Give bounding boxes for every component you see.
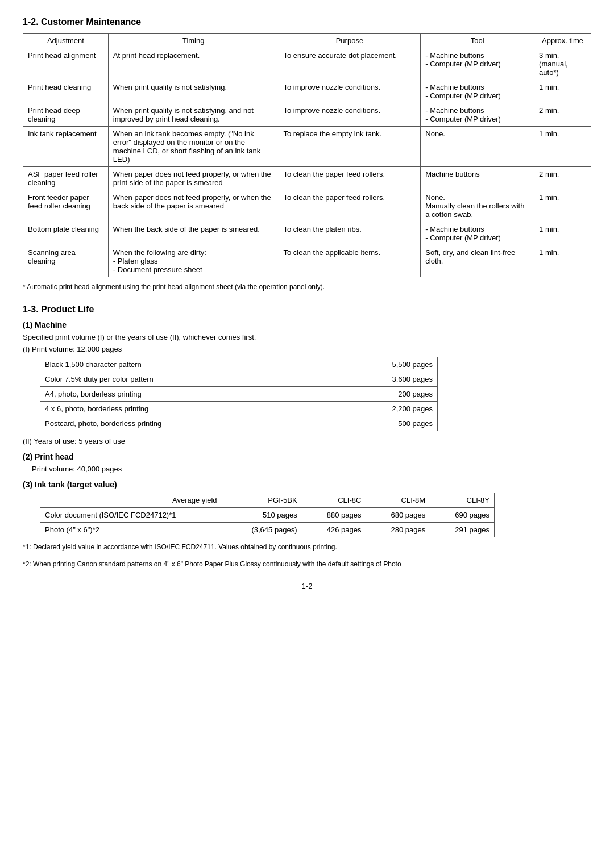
- adjustment-cell: Ink tank replacement: [23, 127, 109, 167]
- section2-title: 1-3. Product Life: [23, 304, 591, 315]
- time-cell: 1 min.: [534, 190, 591, 222]
- table-row: Print head alignmentAt print head replac…: [23, 48, 591, 80]
- time-cell: 2 min.: [534, 167, 591, 190]
- table-row: Print head cleaningWhen print quality is…: [23, 80, 591, 103]
- ink-col-header: Average yield: [40, 493, 222, 508]
- adjustment-cell: Front feeder paper feed roller cleaning: [23, 190, 109, 222]
- print-head-text: Print volume: 40,000 pages: [32, 465, 591, 473]
- table-row: Ink tank replacementWhen an ink tank bec…: [23, 127, 591, 167]
- timing-cell: At print head replacement.: [108, 48, 279, 80]
- ink-cell: 291 pages: [430, 523, 495, 537]
- adjustment-cell: Scanning area cleaning: [23, 245, 109, 277]
- col-header-time: Approx. time: [534, 34, 591, 48]
- ink-col-header: CLI-8Y: [430, 493, 495, 508]
- col-header-purpose: Purpose: [279, 34, 421, 48]
- ink-cell: Color document (ISO/IEC FCD24712)*1: [40, 508, 222, 523]
- pv-label-cell: Black 1,500 character pattern: [40, 357, 188, 372]
- ink-cell: Photo (4" x 6")*2: [40, 523, 222, 537]
- time-cell: 1 min.: [534, 245, 591, 277]
- purpose-cell: To clean the paper feed rollers.: [279, 190, 421, 222]
- ink-cell: 680 pages: [366, 508, 430, 523]
- ink-cell: 280 pages: [366, 523, 430, 537]
- adjustment-cell: Print head alignment: [23, 48, 109, 80]
- purpose-cell: To clean the platen ribs.: [279, 222, 421, 245]
- pv-label-cell: Color 7.5% duty per color pattern: [40, 372, 188, 387]
- ink-col-header: CLI-8C: [302, 493, 366, 508]
- ink-cell: 426 pages: [302, 523, 366, 537]
- purpose-cell: To clean the paper feed rollers.: [279, 167, 421, 190]
- adjustment-cell: Bottom plate cleaning: [23, 222, 109, 245]
- ink-cell: 690 pages: [430, 508, 495, 523]
- ink-cell: (3,645 pages): [222, 523, 302, 537]
- purpose-cell: To improve nozzle conditions.: [279, 80, 421, 103]
- footnote3: *2: When printing Canon standard pattern…: [23, 560, 591, 568]
- pv-label-cell: Postcard, photo, borderless printing: [40, 416, 188, 431]
- timing-cell: When paper does not feed properly, or wh…: [108, 167, 279, 190]
- time-cell: 3 min.(manual,auto*): [534, 48, 591, 80]
- table-row: Scanning area cleaningWhen the following…: [23, 245, 591, 277]
- pv-value-cell: 3,600 pages: [188, 372, 438, 387]
- machine-text2: (I) Print volume: 12,000 pages: [23, 345, 591, 353]
- time-cell: 1 min.: [534, 222, 591, 245]
- subsection1-title: (1) Machine: [23, 320, 591, 329]
- machine-text3: (II) Years of use: 5 years of use: [23, 437, 591, 445]
- purpose-cell: To clean the applicable items.: [279, 245, 421, 277]
- tool-cell: - Machine buttons- Computer (MP driver): [421, 103, 534, 127]
- col-header-adjustment: Adjustment: [23, 34, 109, 48]
- table-row: Bottom plate cleaningWhen the back side …: [23, 222, 591, 245]
- machine-text1: Specified print volume (I) or the years …: [23, 333, 591, 341]
- table-row: Postcard, photo, borderless printing500 …: [40, 416, 438, 431]
- table-row: 4 x 6, photo, borderless printing2,200 p…: [40, 402, 438, 416]
- ink-cell: 880 pages: [302, 508, 366, 523]
- table-row: ASF paper feed roller cleaningWhen paper…: [23, 167, 591, 190]
- time-cell: 1 min.: [534, 127, 591, 167]
- table-row: Black 1,500 character pattern5,500 pages: [40, 357, 438, 372]
- tool-cell: - Machine buttons- Computer (MP driver): [421, 222, 534, 245]
- table-row: Print head deep cleaningWhen print quali…: [23, 103, 591, 127]
- time-cell: 2 min.: [534, 103, 591, 127]
- section1-title: 1-2. Customer Maintenance: [23, 17, 591, 27]
- timing-cell: When an ink tank becomes empty. ("No ink…: [108, 127, 279, 167]
- tool-cell: - Machine buttons- Computer (MP driver): [421, 48, 534, 80]
- timing-cell: When paper does not feed properly, or wh…: [108, 190, 279, 222]
- product-life-section: 1-3. Product Life (1) Machine Specified …: [23, 304, 591, 568]
- pv-label-cell: 4 x 6, photo, borderless printing: [40, 402, 188, 416]
- pv-value-cell: 5,500 pages: [188, 357, 438, 372]
- table-row: Color document (ISO/IEC FCD24712)*1510 p…: [40, 508, 495, 523]
- subsection3-title: (3) Ink tank (target value): [23, 480, 591, 489]
- ink-col-header: CLI-8M: [366, 493, 430, 508]
- ink-cell: 510 pages: [222, 508, 302, 523]
- tool-cell: - Machine buttons- Computer (MP driver): [421, 80, 534, 103]
- pv-value-cell: 2,200 pages: [188, 402, 438, 416]
- time-cell: 1 min.: [534, 80, 591, 103]
- ink-col-header: PGI-5BK: [222, 493, 302, 508]
- timing-cell: When the following are dirty:- Platen gl…: [108, 245, 279, 277]
- print-volume-table: Black 1,500 character pattern5,500 pages…: [40, 357, 438, 431]
- pv-label-cell: A4, photo, borderless printing: [40, 387, 188, 402]
- subsection2-title: (2) Print head: [23, 452, 591, 461]
- tool-cell: None.: [421, 127, 534, 167]
- table-row: Front feeder paper feed roller cleaningW…: [23, 190, 591, 222]
- timing-cell: When the back side of the paper is smear…: [108, 222, 279, 245]
- adjustment-cell: ASF paper feed roller cleaning: [23, 167, 109, 190]
- tool-cell: Machine buttons: [421, 167, 534, 190]
- tool-cell: Soft, dry, and clean lint-free cloth.: [421, 245, 534, 277]
- footnote2: *1: Declared yield value in accordance w…: [23, 543, 591, 551]
- table-row: Photo (4" x 6")*2(3,645 pages)426 pages2…: [40, 523, 495, 537]
- purpose-cell: To ensure accurate dot placement.: [279, 48, 421, 80]
- timing-cell: When print quality is not satisfying.: [108, 80, 279, 103]
- tool-cell: None.Manually clean the rollers with a c…: [421, 190, 534, 222]
- maintenance-table: Adjustment Timing Purpose Tool Approx. t…: [23, 33, 591, 277]
- timing-cell: When print quality is not satisfying, an…: [108, 103, 279, 127]
- ink-table: Average yieldPGI-5BKCLI-8CCLI-8MCLI-8Y C…: [40, 493, 495, 537]
- customer-maintenance-section: 1-2. Customer Maintenance Adjustment Tim…: [23, 17, 591, 291]
- pv-value-cell: 500 pages: [188, 416, 438, 431]
- col-header-timing: Timing: [108, 34, 279, 48]
- adjustment-cell: Print head cleaning: [23, 80, 109, 103]
- page-number: 1-2: [23, 582, 591, 590]
- purpose-cell: To improve nozzle conditions.: [279, 103, 421, 127]
- purpose-cell: To replace the empty ink tank.: [279, 127, 421, 167]
- footnote1: * Automatic print head alignment using t…: [23, 283, 591, 291]
- adjustment-cell: Print head deep cleaning: [23, 103, 109, 127]
- pv-value-cell: 200 pages: [188, 387, 438, 402]
